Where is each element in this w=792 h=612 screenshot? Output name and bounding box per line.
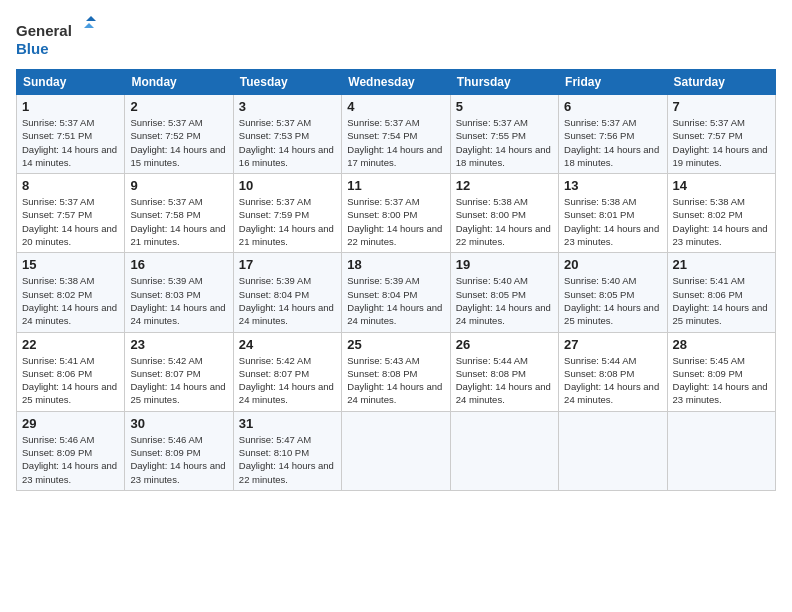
day-info: Sunrise: 5:42 AM Sunset: 8:07 PM Dayligh…: [130, 354, 227, 407]
calendar-cell: 16 Sunrise: 5:39 AM Sunset: 8:03 PM Dayl…: [125, 253, 233, 332]
day-number: 24: [239, 337, 336, 352]
calendar-cell: 20 Sunrise: 5:40 AM Sunset: 8:05 PM Dayl…: [559, 253, 667, 332]
day-number: 30: [130, 416, 227, 431]
day-info: Sunrise: 5:41 AM Sunset: 8:06 PM Dayligh…: [22, 354, 119, 407]
day-info: Sunrise: 5:37 AM Sunset: 7:57 PM Dayligh…: [673, 116, 770, 169]
day-info: Sunrise: 5:38 AM Sunset: 8:01 PM Dayligh…: [564, 195, 661, 248]
svg-text:General: General: [16, 22, 72, 39]
day-info: Sunrise: 5:37 AM Sunset: 7:55 PM Dayligh…: [456, 116, 553, 169]
day-info: Sunrise: 5:39 AM Sunset: 8:03 PM Dayligh…: [130, 274, 227, 327]
calendar-cell: 13 Sunrise: 5:38 AM Sunset: 8:01 PM Dayl…: [559, 174, 667, 253]
day-number: 23: [130, 337, 227, 352]
calendar-cell: 17 Sunrise: 5:39 AM Sunset: 8:04 PM Dayl…: [233, 253, 341, 332]
calendar-cell: 21 Sunrise: 5:41 AM Sunset: 8:06 PM Dayl…: [667, 253, 775, 332]
day-number: 14: [673, 178, 770, 193]
day-number: 28: [673, 337, 770, 352]
calendar-cell: 26 Sunrise: 5:44 AM Sunset: 8:08 PM Dayl…: [450, 332, 558, 411]
day-number: 15: [22, 257, 119, 272]
svg-marker-3: [84, 23, 94, 28]
day-number: 29: [22, 416, 119, 431]
weekday-header-friday: Friday: [559, 70, 667, 95]
weekday-header-saturday: Saturday: [667, 70, 775, 95]
calendar-cell: 19 Sunrise: 5:40 AM Sunset: 8:05 PM Dayl…: [450, 253, 558, 332]
day-info: Sunrise: 5:45 AM Sunset: 8:09 PM Dayligh…: [673, 354, 770, 407]
day-info: Sunrise: 5:39 AM Sunset: 8:04 PM Dayligh…: [239, 274, 336, 327]
calendar-cell: 18 Sunrise: 5:39 AM Sunset: 8:04 PM Dayl…: [342, 253, 450, 332]
calendar-cell: 11 Sunrise: 5:37 AM Sunset: 8:00 PM Dayl…: [342, 174, 450, 253]
day-number: 10: [239, 178, 336, 193]
day-number: 8: [22, 178, 119, 193]
svg-text:Blue: Blue: [16, 40, 49, 57]
calendar-cell: 28 Sunrise: 5:45 AM Sunset: 8:09 PM Dayl…: [667, 332, 775, 411]
week-row-2: 8 Sunrise: 5:37 AM Sunset: 7:57 PM Dayli…: [17, 174, 776, 253]
day-info: Sunrise: 5:41 AM Sunset: 8:06 PM Dayligh…: [673, 274, 770, 327]
calendar-cell: 24 Sunrise: 5:42 AM Sunset: 8:07 PM Dayl…: [233, 332, 341, 411]
weekday-header-sunday: Sunday: [17, 70, 125, 95]
calendar-cell: 31 Sunrise: 5:47 AM Sunset: 8:10 PM Dayl…: [233, 411, 341, 490]
day-number: 5: [456, 99, 553, 114]
calendar-cell: 25 Sunrise: 5:43 AM Sunset: 8:08 PM Dayl…: [342, 332, 450, 411]
day-number: 31: [239, 416, 336, 431]
day-number: 26: [456, 337, 553, 352]
calendar-cell: 6 Sunrise: 5:37 AM Sunset: 7:56 PM Dayli…: [559, 95, 667, 174]
day-number: 9: [130, 178, 227, 193]
day-number: 19: [456, 257, 553, 272]
weekday-header-thursday: Thursday: [450, 70, 558, 95]
week-row-5: 29 Sunrise: 5:46 AM Sunset: 8:09 PM Dayl…: [17, 411, 776, 490]
logo: General Blue: [16, 16, 96, 61]
day-number: 3: [239, 99, 336, 114]
day-number: 6: [564, 99, 661, 114]
day-info: Sunrise: 5:37 AM Sunset: 7:56 PM Dayligh…: [564, 116, 661, 169]
day-info: Sunrise: 5:47 AM Sunset: 8:10 PM Dayligh…: [239, 433, 336, 486]
day-info: Sunrise: 5:37 AM Sunset: 7:57 PM Dayligh…: [22, 195, 119, 248]
weekday-header-wednesday: Wednesday: [342, 70, 450, 95]
week-row-3: 15 Sunrise: 5:38 AM Sunset: 8:02 PM Dayl…: [17, 253, 776, 332]
day-number: 11: [347, 178, 444, 193]
day-info: Sunrise: 5:37 AM Sunset: 7:52 PM Dayligh…: [130, 116, 227, 169]
weekday-header-monday: Monday: [125, 70, 233, 95]
calendar-cell: 3 Sunrise: 5:37 AM Sunset: 7:53 PM Dayli…: [233, 95, 341, 174]
calendar-cell: 5 Sunrise: 5:37 AM Sunset: 7:55 PM Dayli…: [450, 95, 558, 174]
calendar-cell: 29 Sunrise: 5:46 AM Sunset: 8:09 PM Dayl…: [17, 411, 125, 490]
day-number: 17: [239, 257, 336, 272]
day-number: 4: [347, 99, 444, 114]
day-number: 27: [564, 337, 661, 352]
day-number: 18: [347, 257, 444, 272]
day-number: 22: [22, 337, 119, 352]
day-number: 2: [130, 99, 227, 114]
day-info: Sunrise: 5:40 AM Sunset: 8:05 PM Dayligh…: [564, 274, 661, 327]
calendar-cell: [342, 411, 450, 490]
weekday-header-row: SundayMondayTuesdayWednesdayThursdayFrid…: [17, 70, 776, 95]
day-info: Sunrise: 5:37 AM Sunset: 7:53 PM Dayligh…: [239, 116, 336, 169]
calendar-cell: 12 Sunrise: 5:38 AM Sunset: 8:00 PM Dayl…: [450, 174, 558, 253]
day-info: Sunrise: 5:37 AM Sunset: 7:51 PM Dayligh…: [22, 116, 119, 169]
svg-marker-2: [86, 16, 96, 21]
calendar-cell: 2 Sunrise: 5:37 AM Sunset: 7:52 PM Dayli…: [125, 95, 233, 174]
day-number: 7: [673, 99, 770, 114]
day-info: Sunrise: 5:38 AM Sunset: 8:02 PM Dayligh…: [22, 274, 119, 327]
day-info: Sunrise: 5:37 AM Sunset: 7:54 PM Dayligh…: [347, 116, 444, 169]
day-info: Sunrise: 5:46 AM Sunset: 8:09 PM Dayligh…: [130, 433, 227, 486]
logo-svg: General Blue: [16, 16, 96, 61]
day-number: 21: [673, 257, 770, 272]
calendar-cell: 4 Sunrise: 5:37 AM Sunset: 7:54 PM Dayli…: [342, 95, 450, 174]
calendar-cell: 14 Sunrise: 5:38 AM Sunset: 8:02 PM Dayl…: [667, 174, 775, 253]
calendar-table: SundayMondayTuesdayWednesdayThursdayFrid…: [16, 69, 776, 491]
day-info: Sunrise: 5:46 AM Sunset: 8:09 PM Dayligh…: [22, 433, 119, 486]
calendar-cell: [559, 411, 667, 490]
day-info: Sunrise: 5:40 AM Sunset: 8:05 PM Dayligh…: [456, 274, 553, 327]
calendar-cell: 10 Sunrise: 5:37 AM Sunset: 7:59 PM Dayl…: [233, 174, 341, 253]
day-info: Sunrise: 5:44 AM Sunset: 8:08 PM Dayligh…: [564, 354, 661, 407]
calendar-cell: 27 Sunrise: 5:44 AM Sunset: 8:08 PM Dayl…: [559, 332, 667, 411]
calendar-cell: 23 Sunrise: 5:42 AM Sunset: 8:07 PM Dayl…: [125, 332, 233, 411]
calendar-cell: [450, 411, 558, 490]
day-number: 12: [456, 178, 553, 193]
calendar-cell: 9 Sunrise: 5:37 AM Sunset: 7:58 PM Dayli…: [125, 174, 233, 253]
day-number: 16: [130, 257, 227, 272]
day-info: Sunrise: 5:37 AM Sunset: 7:59 PM Dayligh…: [239, 195, 336, 248]
week-row-1: 1 Sunrise: 5:37 AM Sunset: 7:51 PM Dayli…: [17, 95, 776, 174]
page-header: General Blue: [16, 16, 776, 61]
day-info: Sunrise: 5:39 AM Sunset: 8:04 PM Dayligh…: [347, 274, 444, 327]
day-number: 25: [347, 337, 444, 352]
weekday-header-tuesday: Tuesday: [233, 70, 341, 95]
